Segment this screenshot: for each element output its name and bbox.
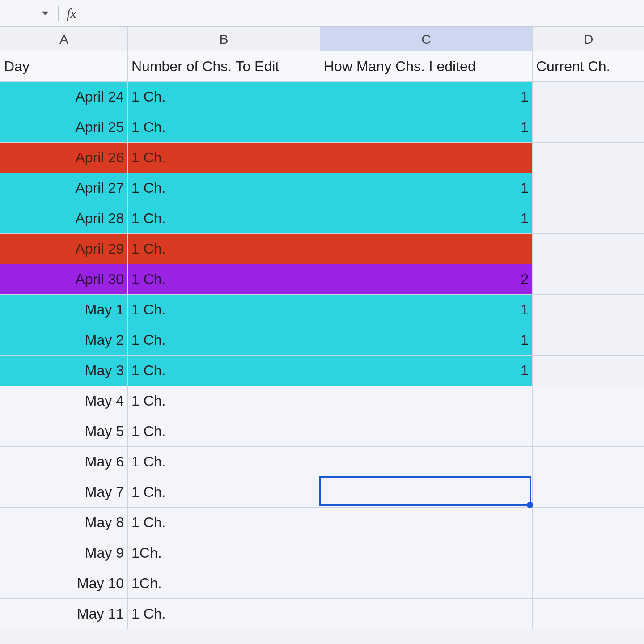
- cell[interactable]: April 29: [0, 234, 128, 264]
- cell[interactable]: April 24: [0, 82, 128, 112]
- cell[interactable]: How Many Chs. I edited: [320, 51, 533, 82]
- cell[interactable]: April 27: [0, 173, 128, 203]
- cell[interactable]: [533, 356, 644, 386]
- cell[interactable]: 1 Ch.: [128, 477, 320, 508]
- cell[interactable]: 1Ch.: [128, 538, 320, 568]
- cell[interactable]: 1 Ch.: [128, 112, 320, 143]
- table-row: May 101Ch.: [0, 568, 644, 599]
- cell[interactable]: 1 Ch.: [128, 386, 320, 416]
- cell[interactable]: [533, 477, 644, 508]
- cell[interactable]: April 28: [0, 203, 128, 234]
- table-row: April 271 Ch.1: [0, 173, 644, 203]
- cell[interactable]: [320, 508, 533, 538]
- cell[interactable]: 1: [320, 325, 533, 356]
- cell[interactable]: April 25: [0, 112, 128, 143]
- cell[interactable]: 1: [320, 356, 533, 386]
- cell[interactable]: 1 Ch.: [128, 82, 320, 112]
- cell[interactable]: [533, 234, 644, 264]
- cell[interactable]: [320, 538, 533, 568]
- cell[interactable]: 1 Ch.: [128, 599, 320, 629]
- cell[interactable]: 1: [320, 295, 533, 325]
- cell[interactable]: May 5: [0, 416, 128, 447]
- cell[interactable]: Number of Chs. To Edit: [128, 51, 320, 82]
- cell[interactable]: 1 Ch.: [128, 447, 320, 477]
- cell[interactable]: May 2: [0, 325, 128, 356]
- cell[interactable]: [533, 143, 644, 173]
- cell[interactable]: [320, 386, 533, 416]
- cell[interactable]: May 8: [0, 508, 128, 538]
- cell[interactable]: April 26: [0, 143, 128, 173]
- cell[interactable]: May 9: [0, 538, 128, 568]
- table-row: May 61 Ch.: [0, 447, 644, 477]
- cell[interactable]: 1 Ch.: [128, 356, 320, 386]
- cell[interactable]: May 6: [0, 447, 128, 477]
- cell[interactable]: [533, 386, 644, 416]
- cell[interactable]: 1 Ch.: [128, 295, 320, 325]
- cell[interactable]: Day: [0, 51, 128, 82]
- cell[interactable]: [533, 295, 644, 325]
- fx-icon[interactable]: fx: [67, 6, 76, 21]
- cell[interactable]: [533, 264, 644, 295]
- cell[interactable]: [320, 447, 533, 477]
- table-row: April 241 Ch.1: [0, 82, 644, 112]
- cell[interactable]: 1Ch.: [128, 568, 320, 599]
- cell[interactable]: [533, 599, 644, 629]
- cell[interactable]: [320, 234, 533, 264]
- table-row: May 41 Ch.: [0, 386, 644, 416]
- cell[interactable]: 1: [320, 203, 533, 234]
- cell[interactable]: [533, 538, 644, 568]
- cell[interactable]: May 3: [0, 356, 128, 386]
- cell[interactable]: April 30: [0, 264, 128, 295]
- cell[interactable]: [320, 568, 533, 599]
- cell[interactable]: May 11: [0, 599, 128, 629]
- cell[interactable]: 1 Ch.: [128, 173, 320, 203]
- cell[interactable]: Current Ch.: [533, 51, 644, 82]
- cell[interactable]: [533, 173, 644, 203]
- cell[interactable]: [533, 508, 644, 538]
- cell[interactable]: May 1: [0, 295, 128, 325]
- cell[interactable]: [533, 568, 644, 599]
- formula-bar: fx: [0, 0, 644, 27]
- column-header-D[interactable]: D: [533, 27, 644, 51]
- table-row: April 251 Ch.1: [0, 112, 644, 143]
- cell[interactable]: [533, 447, 644, 477]
- table-row: May 111 Ch.: [0, 599, 644, 629]
- cell[interactable]: [533, 112, 644, 143]
- cell[interactable]: 1 Ch.: [128, 264, 320, 295]
- table-row: April 291 Ch.: [0, 234, 644, 264]
- column-header-C[interactable]: C: [320, 27, 533, 51]
- table-row: May 21 Ch.1: [0, 325, 644, 356]
- table-row: April 301 Ch.2: [0, 264, 644, 295]
- cell[interactable]: [533, 203, 644, 234]
- table-row: May 91Ch.: [0, 538, 644, 568]
- cell[interactable]: [533, 82, 644, 112]
- cell[interactable]: May 7: [0, 477, 128, 508]
- cell[interactable]: 1 Ch.: [128, 508, 320, 538]
- cell[interactable]: 1: [320, 173, 533, 203]
- cell[interactable]: 2: [320, 264, 533, 295]
- cell[interactable]: 1 Ch.: [128, 416, 320, 447]
- table-row: May 71 Ch.: [0, 477, 644, 508]
- spreadsheet-grid[interactable]: A B C D Day Number of Chs. To Edit How M…: [0, 27, 644, 629]
- cell[interactable]: [320, 416, 533, 447]
- cell[interactable]: 1: [320, 82, 533, 112]
- table-row: April 281 Ch.1: [0, 203, 644, 234]
- cell[interactable]: May 4: [0, 386, 128, 416]
- column-header-B[interactable]: B: [128, 27, 320, 51]
- cell[interactable]: 1 Ch.: [128, 325, 320, 356]
- cell[interactable]: [533, 416, 644, 447]
- name-box-dropdown-icon[interactable]: [40, 8, 50, 18]
- column-header-A[interactable]: A: [0, 27, 128, 51]
- cell[interactable]: 1 Ch.: [128, 143, 320, 173]
- cell[interactable]: 1 Ch.: [128, 203, 320, 234]
- cell[interactable]: 1 Ch.: [128, 234, 320, 264]
- formula-input[interactable]: [85, 0, 644, 26]
- formula-bar-separator: [58, 6, 59, 21]
- cell[interactable]: 1: [320, 112, 533, 143]
- cell[interactable]: [320, 143, 533, 173]
- column-header-row: A B C D: [0, 27, 644, 51]
- cell[interactable]: May 10: [0, 568, 128, 599]
- cell[interactable]: [320, 599, 533, 629]
- cell[interactable]: [533, 325, 644, 356]
- cell[interactable]: [320, 477, 533, 508]
